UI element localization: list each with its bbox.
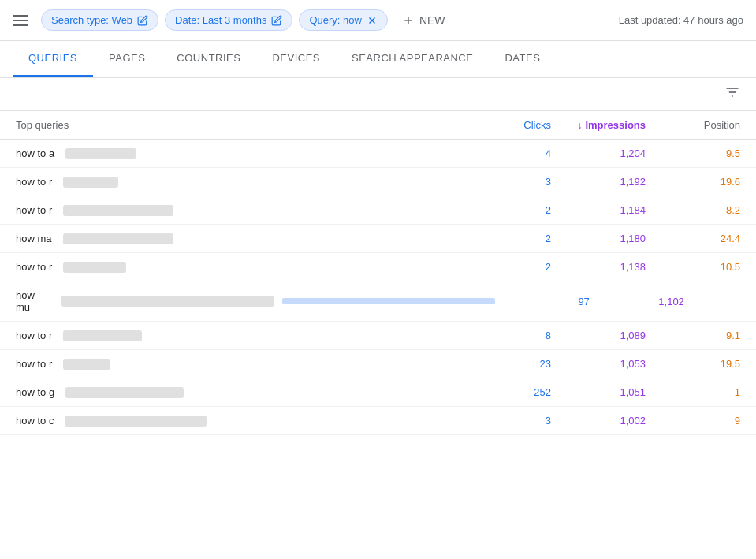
close-icon[interactable] <box>367 15 378 26</box>
redacted-text <box>61 296 274 307</box>
table-row[interactable]: how mu971,1021.5 <box>0 281 756 322</box>
clicks-cell: 97 <box>495 296 590 307</box>
query-cell: how to r <box>16 176 456 188</box>
table-row[interactable]: how to r31,19219.6 <box>0 168 756 196</box>
menu-icon[interactable] <box>13 13 28 28</box>
table-row[interactable]: how to r81,0899.1 <box>0 322 756 350</box>
impressions-cell: 1,138 <box>551 261 646 273</box>
last-updated: Last updated: 47 hours ago <box>619 14 743 26</box>
query-label: Query: how <box>309 14 361 26</box>
redacted-text <box>63 359 110 370</box>
filter-row <box>0 78 756 111</box>
clicks-cell: 2 <box>456 261 551 273</box>
query-cell: how ma <box>16 233 456 244</box>
position-cell: 9.5 <box>646 147 740 159</box>
header-position[interactable]: Position <box>646 119 740 131</box>
header-clicks[interactable]: Clicks <box>456 119 551 131</box>
tab-pages[interactable]: PAGES <box>93 41 161 77</box>
filter-icon <box>724 84 740 100</box>
query-cell: how mu <box>16 289 495 313</box>
clicks-cell: 2 <box>456 204 551 216</box>
tab-search-appearance[interactable]: SEARCH APPEARANCE <box>336 41 489 77</box>
impressions-cell: 1,180 <box>551 233 646 244</box>
search-type-label: Search type: Web <box>51 14 132 26</box>
redacted-text <box>65 387 184 398</box>
table-row[interactable]: how to a41,2049.5 <box>0 140 756 168</box>
query-text: how ma <box>16 233 52 244</box>
position-cell: 1 <box>646 386 740 398</box>
table-row[interactable]: how to r21,13810.5 <box>0 253 756 281</box>
query-text: how to r <box>16 261 52 273</box>
position-cell: 9 <box>646 415 740 427</box>
clicks-cell: 3 <box>456 176 551 188</box>
impressions-cell: 1,204 <box>551 147 646 159</box>
filter-button[interactable] <box>724 84 740 104</box>
query-text: how to r <box>16 330 52 341</box>
edit-icon <box>137 15 148 26</box>
position-cell: 19.6 <box>646 176 740 188</box>
sort-arrow-down: ↓ <box>577 120 582 131</box>
header-impressions[interactable]: ↓ Impressions <box>551 119 646 131</box>
query-cell: how to g <box>16 386 456 398</box>
query-cell: how to r <box>16 261 456 273</box>
table-container: Top queries Clicks ↓ Impressions Positio… <box>0 111 756 435</box>
query-text: how to r <box>16 204 52 216</box>
table-row[interactable]: how to g2521,0511 <box>0 378 756 407</box>
position-cell: 8.2 <box>646 204 740 216</box>
redacted-text <box>65 148 136 159</box>
table-row[interactable]: how ma21,18024.4 <box>0 225 756 253</box>
query-cell: how to a <box>16 147 456 159</box>
clicks-cell: 4 <box>456 147 551 159</box>
redacted-text <box>63 330 142 341</box>
query-filter[interactable]: Query: how <box>299 9 387 31</box>
tab-queries[interactable]: QUERIES <box>13 41 93 77</box>
edit-icon <box>271 15 282 26</box>
header-query: Top queries <box>16 119 456 131</box>
table-row[interactable]: how to r231,05319.5 <box>0 350 756 378</box>
clicks-cell: 3 <box>456 415 551 427</box>
top-bar-left: Search type: Web Date: Last 3 months Que… <box>13 9 453 31</box>
query-text: how to r <box>16 358 52 370</box>
clicks-cell: 23 <box>456 358 551 370</box>
query-cell: how to r <box>16 358 456 370</box>
table-header: Top queries Clicks ↓ Impressions Positio… <box>0 111 756 140</box>
query-text: how to a <box>16 147 54 159</box>
tab-dates[interactable]: DATES <box>489 41 556 77</box>
impressions-cell: 1,184 <box>551 204 646 216</box>
clicks-cell: 8 <box>456 330 551 341</box>
impressions-cell: 1,102 <box>590 296 684 307</box>
new-label: NEW <box>419 14 445 27</box>
tab-countries[interactable]: COUNTRIES <box>161 41 256 77</box>
position-cell: 10.5 <box>646 261 740 273</box>
position-cell: 19.5 <box>646 358 740 370</box>
query-text: how to r <box>16 176 52 188</box>
query-cell: how to r <box>16 204 456 216</box>
query-text: how mu <box>16 289 50 313</box>
new-button[interactable]: NEW <box>394 10 453 31</box>
position-cell: 9.1 <box>646 330 740 341</box>
query-text: how to g <box>16 386 54 398</box>
redacted-text <box>63 262 126 273</box>
query-bar <box>282 298 495 304</box>
top-bar: Search type: Web Date: Last 3 months Que… <box>0 0 756 41</box>
impressions-cell: 1,089 <box>551 330 646 341</box>
search-type-filter[interactable]: Search type: Web <box>41 9 158 31</box>
clicks-cell: 252 <box>456 386 551 398</box>
plus-icon <box>402 14 415 27</box>
impressions-cell: 1,192 <box>551 176 646 188</box>
redacted-text <box>63 233 173 244</box>
tab-devices[interactable]: DEVICES <box>256 41 336 77</box>
tabs-container: QUERIES PAGES COUNTRIES DEVICES SEARCH A… <box>0 41 756 78</box>
redacted-text <box>65 416 207 427</box>
table-row[interactable]: how to c31,0029 <box>0 407 756 435</box>
query-cell: how to c <box>16 415 456 427</box>
query-text: how to c <box>16 415 54 427</box>
position-cell: 1.5 <box>684 296 756 307</box>
impressions-cell: 1,053 <box>551 358 646 370</box>
table-body: how to a41,2049.5how to r31,19219.6how t… <box>0 140 756 435</box>
query-cell: how to r <box>16 330 456 341</box>
position-cell: 24.4 <box>646 233 740 244</box>
redacted-text <box>63 177 118 188</box>
table-row[interactable]: how to r21,1848.2 <box>0 196 756 225</box>
date-filter[interactable]: Date: Last 3 months <box>165 9 292 31</box>
